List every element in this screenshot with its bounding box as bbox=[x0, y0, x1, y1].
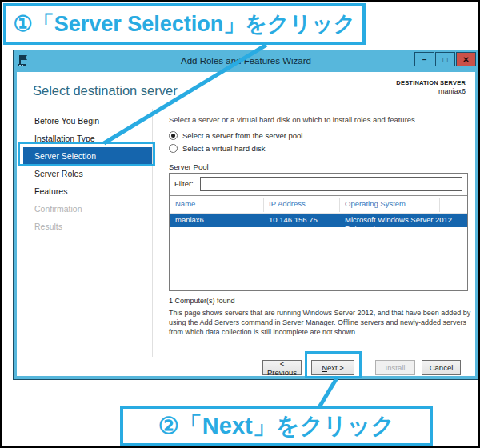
column-header-name[interactable]: Name bbox=[175, 199, 195, 208]
window-title: Add Roles and Features Wizard bbox=[14, 56, 478, 66]
column-separator bbox=[339, 198, 340, 212]
table-row-maniax6[interactable]: maniax6 10.146.156.75 Microsoft Windows … bbox=[170, 214, 467, 227]
cell-name: maniax6 bbox=[175, 215, 204, 224]
previous-button[interactable]: < Previous bbox=[262, 360, 302, 375]
install-button: Install bbox=[375, 360, 415, 375]
screenshot-canvas: ①「Server Selection」をクリック ②「Next」をクリック Ad… bbox=[0, 0, 480, 448]
intro-text: Select a server or a virtual hard disk o… bbox=[169, 115, 473, 124]
cell-ip-address: 10.146.156.75 bbox=[269, 215, 318, 224]
cancel-button[interactable]: Cancel bbox=[422, 360, 461, 375]
filter-label: Filter: bbox=[174, 179, 194, 188]
wizard-window: Add Roles and Features Wizard – □ ✕ Sele… bbox=[13, 50, 479, 380]
filter-input[interactable] bbox=[200, 177, 462, 191]
title-bar: Add Roles and Features Wizard – □ ✕ bbox=[14, 50, 478, 71]
wizard-flag-icon bbox=[18, 55, 29, 66]
callout-line-step2 bbox=[319, 377, 338, 407]
sidebar-item-confirmation: Confirmation bbox=[23, 200, 154, 218]
page-description-text: This page shows servers that are running… bbox=[169, 308, 474, 337]
radio-virtual-hard-disk[interactable]: Select a virtual hard disk bbox=[169, 144, 266, 153]
annotation-step2: ②「Next」をクリック bbox=[120, 406, 433, 446]
server-pool-label: Server Pool bbox=[169, 162, 209, 171]
radio-server-pool[interactable]: Select a server from the server pool bbox=[169, 131, 302, 140]
annotation-step1: ①「Server Selection」をクリック bbox=[3, 3, 366, 45]
destination-server-value: maniax6 bbox=[396, 87, 466, 97]
server-pool-groupbox: Filter: Name IP Address Operating System… bbox=[169, 173, 468, 291]
column-separator bbox=[263, 198, 264, 212]
destination-server-label: DESTINATION SERVER bbox=[396, 79, 466, 87]
radio-vhd-label: Select a virtual hard disk bbox=[182, 144, 266, 153]
highlight-box-next-button bbox=[305, 351, 362, 378]
computers-found-text: 1 Computer(s) found bbox=[169, 297, 235, 305]
table-header-row: Name IP Address Operating System bbox=[170, 196, 467, 214]
sidebar-item-before-you-begin[interactable]: Before You Begin bbox=[23, 112, 154, 130]
radio-server-pool-label: Select a server from the server pool bbox=[182, 131, 302, 140]
sidebar-item-features[interactable]: Features bbox=[23, 182, 154, 200]
column-separator bbox=[439, 198, 440, 212]
minimize-button[interactable]: – bbox=[414, 52, 434, 66]
radio-selected-icon[interactable] bbox=[169, 131, 178, 140]
column-header-ip-address[interactable]: IP Address bbox=[269, 199, 306, 208]
page-title: Select destination server bbox=[33, 83, 178, 98]
wizard-steps-sidebar: Before You Begin Installation Type Serve… bbox=[23, 112, 154, 235]
sidebar-item-server-roles[interactable]: Server Roles bbox=[23, 165, 154, 182]
close-button[interactable]: ✕ bbox=[456, 52, 476, 66]
destination-server-info: DESTINATION SERVER maniax6 bbox=[396, 79, 466, 96]
wizard-content: Select destination server DESTINATION SE… bbox=[17, 72, 475, 376]
radio-unselected-icon[interactable] bbox=[169, 144, 178, 153]
cell-operating-system: Microsoft Windows Server 2012 Datacenter bbox=[345, 215, 467, 233]
highlight-box-server-selection bbox=[18, 142, 155, 166]
filter-row: Filter: bbox=[170, 174, 467, 196]
sidebar-item-results: Results bbox=[23, 218, 154, 235]
maximize-button[interactable]: □ bbox=[435, 52, 455, 66]
column-header-operating-system[interactable]: Operating System bbox=[345, 199, 406, 208]
